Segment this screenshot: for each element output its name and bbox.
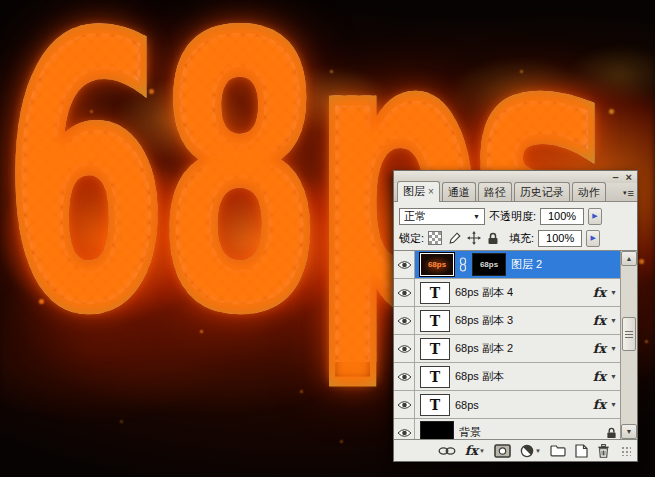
slider-arrow-icon: ▶ [590, 234, 595, 242]
text-layer-thumbnail[interactable]: T [420, 310, 450, 332]
tab-history[interactable]: 历史记录 [514, 182, 570, 201]
fx-icon: fx [593, 397, 606, 412]
eye-icon [397, 428, 412, 438]
new-group-button[interactable] [550, 444, 566, 457]
text-layer-thumbnail[interactable]: T [420, 366, 450, 388]
layer-name[interactable]: 背景 [459, 425, 481, 439]
lock-all-icon[interactable] [487, 232, 499, 245]
fx-expand-icon[interactable]: ▼ [610, 345, 617, 352]
trash-icon [597, 444, 610, 458]
adjustment-layer-button[interactable]: ▼ [520, 444, 541, 458]
layer-style-badge[interactable]: fx ▼ [593, 369, 617, 384]
lock-paint-brush-icon[interactable] [448, 232, 461, 245]
layers-panel: – × 图层 × 通道 路径 历史记录 动作 ▾ ≡ [393, 170, 638, 462]
layer-style-badge[interactable]: fx ▼ [593, 285, 617, 300]
add-layer-style-button[interactable]: fx ▼ [465, 443, 485, 458]
fx-icon: fx [593, 341, 606, 356]
mask-link-icon[interactable] [459, 257, 467, 272]
layers-scrollbar[interactable]: ▲ ▼ [620, 251, 637, 439]
layer-name[interactable]: 图层 2 [511, 257, 542, 272]
layer-row-background[interactable]: 背景 [394, 419, 637, 439]
fx-icon: fx [593, 285, 606, 300]
fill-input[interactable] [538, 230, 582, 247]
close-button[interactable]: × [626, 172, 632, 182]
fx-icon: fx [593, 313, 606, 328]
fx-expand-icon[interactable]: ▼ [610, 317, 617, 324]
layer-style-badge[interactable]: fx ▼ [593, 313, 617, 328]
chevron-down-icon: ▼ [479, 448, 485, 454]
layer-name[interactable]: 68ps 副本 4 [455, 285, 513, 300]
tab-paths-label: 路径 [484, 185, 506, 200]
layer-row[interactable]: T 68ps 副本 2 fx ▼ [394, 335, 637, 363]
chevron-down-icon: ▼ [535, 448, 541, 454]
visibility-toggle[interactable] [394, 307, 415, 334]
scrollbar-thumb[interactable] [622, 317, 636, 351]
layer-name[interactable]: 68ps 副本 2 [455, 341, 513, 356]
text-layer-thumbnail[interactable]: T [420, 394, 450, 416]
lock-label: 锁定: [399, 231, 424, 246]
chevron-down-icon: ▼ [473, 213, 480, 220]
tab-layers[interactable]: 图层 × [397, 181, 440, 202]
panel-controls: 正常 ▼ 不透明度: ▶ 锁定: [394, 202, 637, 251]
opacity-label: 不透明度: [489, 209, 536, 224]
layer-name[interactable]: 68ps 副本 3 [455, 313, 513, 328]
tab-actions-label: 动作 [578, 185, 600, 200]
visibility-toggle[interactable] [394, 335, 415, 362]
link-icon [438, 446, 456, 456]
lock-move-icon[interactable] [467, 231, 481, 245]
layer-name[interactable]: 68ps [455, 399, 479, 411]
layer-row[interactable]: T 68ps 副本 fx ▼ [394, 363, 637, 391]
scroll-down-button[interactable]: ▼ [621, 424, 637, 439]
visibility-toggle[interactable] [394, 279, 415, 306]
eye-icon [397, 316, 412, 326]
layers-list: 68ps 68ps 图层 2 T [394, 251, 637, 439]
eye-icon [397, 260, 412, 270]
flyout-arrow-icon: ▾ [623, 189, 627, 197]
opacity-slider-button[interactable]: ▶ [588, 208, 602, 225]
layer-row[interactable]: T 68ps 副本 3 fx ▼ [394, 307, 637, 335]
visibility-toggle[interactable] [394, 391, 415, 418]
layer-row[interactable]: T 68ps fx ▼ [394, 391, 637, 419]
background-layer-thumbnail[interactable] [420, 421, 454, 439]
panel-menu-icon[interactable]: ▾ ≡ [623, 187, 634, 199]
fx-expand-icon[interactable]: ▼ [610, 373, 617, 380]
scroll-up-button[interactable]: ▲ [621, 251, 637, 266]
lock-transparency-icon[interactable] [428, 231, 442, 245]
tab-paths[interactable]: 路径 [478, 182, 512, 201]
fx-expand-icon[interactable]: ▼ [610, 401, 617, 408]
locked-icon [606, 427, 617, 439]
layer-row[interactable]: 68ps 68ps 图层 2 [394, 251, 637, 279]
new-layer-button[interactable] [575, 444, 588, 458]
layer-style-badge[interactable]: fx ▼ [593, 397, 617, 412]
opacity-input[interactable] [540, 208, 584, 225]
tab-actions[interactable]: 动作 [572, 182, 606, 201]
visibility-toggle[interactable] [394, 419, 415, 439]
eye-icon [397, 400, 412, 410]
eye-icon [397, 372, 412, 382]
scroll-up-icon: ▲ [626, 255, 633, 262]
minimize-button[interactable]: – [612, 172, 618, 182]
add-layer-mask-button[interactable] [494, 444, 511, 458]
panel-resize-grip[interactable] [621, 446, 631, 456]
flyout-lines-icon: ≡ [628, 187, 634, 199]
tab-history-label: 历史记录 [520, 185, 564, 200]
layer-name[interactable]: 68ps 副本 [455, 369, 504, 384]
tab-close-icon[interactable]: × [428, 188, 434, 196]
text-layer-thumbnail[interactable]: T [420, 282, 450, 304]
layer-thumbnail[interactable]: 68ps [420, 253, 454, 276]
fill-slider-button[interactable]: ▶ [586, 230, 600, 247]
visibility-toggle[interactable] [394, 251, 415, 278]
tab-layers-label: 图层 [403, 184, 425, 199]
layer-style-badge[interactable]: fx ▼ [593, 341, 617, 356]
fx-expand-icon[interactable]: ▼ [610, 289, 617, 296]
photoshop-canvas: 68ps – × 图层 × 通道 路径 历史记录 动作 ▾ [0, 0, 655, 477]
link-layers-button[interactable] [438, 446, 456, 456]
delete-layer-button[interactable] [597, 444, 610, 458]
slider-arrow-icon: ▶ [592, 212, 597, 220]
tab-channels[interactable]: 通道 [442, 182, 476, 201]
layer-row[interactable]: T 68ps 副本 4 fx ▼ [394, 279, 637, 307]
layer-mask-thumbnail[interactable]: 68ps [472, 253, 506, 276]
blend-mode-select[interactable]: 正常 ▼ [399, 208, 485, 225]
visibility-toggle[interactable] [394, 363, 415, 390]
text-layer-thumbnail[interactable]: T [420, 338, 450, 360]
